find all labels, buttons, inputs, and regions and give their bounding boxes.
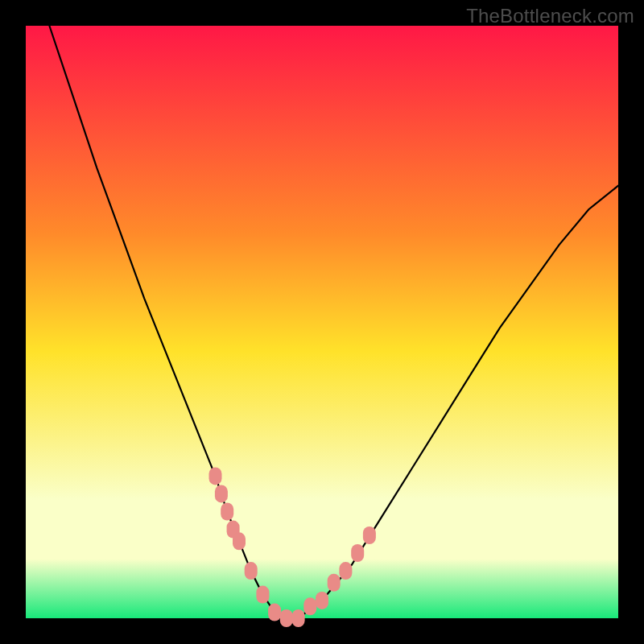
curve-marker	[316, 592, 328, 609]
plot-area	[26, 26, 618, 618]
curve-marker	[268, 604, 281, 621]
bottleneck-chart	[0, 0, 644, 644]
curve-marker	[351, 544, 364, 562]
curve-marker	[245, 562, 258, 580]
curve-marker	[209, 467, 222, 485]
watermark-text: TheBottleneck.com	[466, 5, 634, 27]
curve-marker	[328, 574, 341, 592]
curve-marker	[256, 586, 269, 604]
curve-marker	[363, 526, 376, 544]
curve-marker	[303, 597, 316, 615]
curve-marker	[233, 532, 246, 550]
curve-marker	[215, 485, 228, 502]
curve-marker	[292, 609, 305, 627]
chart-frame: TheBottleneck.com	[0, 0, 644, 644]
curve-marker	[280, 609, 293, 627]
curve-marker	[221, 503, 233, 521]
curve-marker	[339, 562, 352, 580]
